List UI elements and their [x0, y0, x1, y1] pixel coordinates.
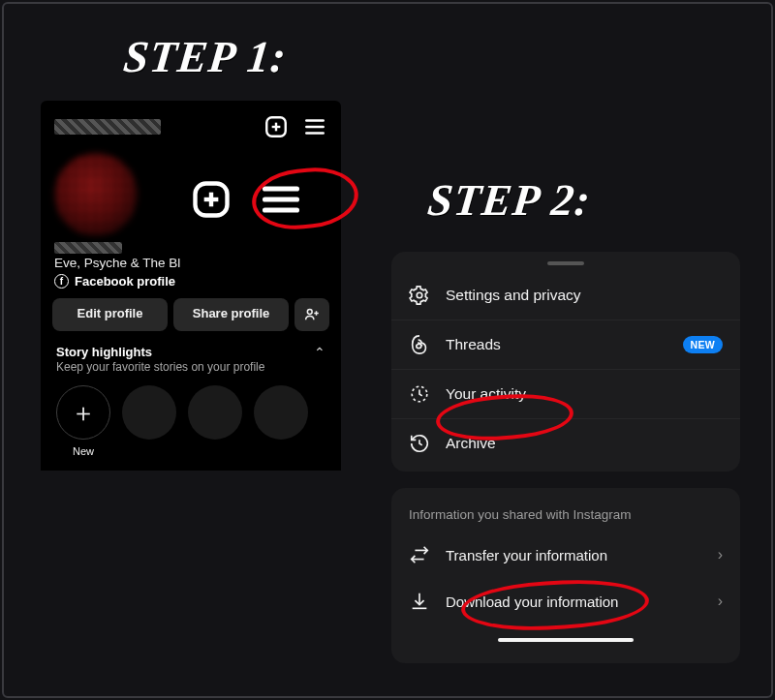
- information-panel: Information you shared with Instagram Tr…: [391, 488, 740, 663]
- svg-point-6: [307, 310, 312, 315]
- sheet-grabber[interactable]: [547, 261, 584, 265]
- menu-label: Settings and privacy: [446, 287, 723, 304]
- menu-label: Your activity: [446, 385, 723, 403]
- edit-profile-button[interactable]: Edit profile: [52, 298, 168, 331]
- hamburger-menu-icon-large: [260, 178, 302, 221]
- highlights-title: Story highlights: [56, 345, 264, 359]
- facebook-profile-label: Facebook profile: [75, 274, 175, 289]
- discover-people-button[interactable]: [294, 298, 329, 331]
- username-redacted: [54, 119, 161, 135]
- menu-archive[interactable]: Archive: [391, 419, 740, 468]
- enlarged-icons-callout: [190, 178, 302, 221]
- menu-label: Threads: [446, 336, 667, 353]
- empty-highlight-slot: [254, 385, 308, 440]
- chevron-right-icon: ›: [718, 546, 723, 563]
- menu-settings-privacy[interactable]: Settings and privacy: [391, 271, 740, 320]
- facebook-icon: f: [54, 274, 69, 289]
- info-label: Download your information: [446, 593, 702, 610]
- info-label: Transfer your information: [446, 547, 702, 563]
- step-2-label: STEP 2:: [425, 174, 593, 226]
- menu-sheet: Settings and privacy Threads NEW Your ac…: [391, 252, 740, 472]
- facebook-profile-link[interactable]: f Facebook profile: [54, 274, 333, 289]
- add-post-icon[interactable]: [264, 114, 289, 139]
- highlights-subtitle: Keep your favorite stories on your profi…: [56, 360, 264, 374]
- bio-text: Eve, Psyche & The Bl: [54, 256, 333, 270]
- top-right-icons: [264, 114, 327, 139]
- add-highlight-button[interactable]: ＋ New: [56, 385, 110, 457]
- info-header: Information you shared with Instagram: [391, 507, 740, 532]
- download-information-item[interactable]: Download your information ›: [391, 578, 740, 624]
- profile-top-bar: [48, 110, 333, 147]
- menu-threads[interactable]: Threads NEW: [391, 320, 740, 370]
- new-badge: NEW: [683, 336, 723, 353]
- add-highlight-label: New: [56, 445, 110, 457]
- profile-action-row: Edit profile Share profile: [48, 298, 333, 331]
- chevron-up-icon[interactable]: ⌃: [314, 345, 326, 360]
- add-post-icon-large: [190, 178, 232, 221]
- chevron-right-icon: ›: [718, 593, 723, 610]
- menu-your-activity[interactable]: Your activity: [391, 370, 740, 419]
- story-highlights-section: Story highlights Keep your favorite stor…: [48, 345, 333, 457]
- svg-point-15: [417, 292, 422, 298]
- display-name-redacted: [54, 242, 122, 254]
- share-profile-button[interactable]: Share profile: [173, 298, 289, 331]
- step-1-label: STEP 1:: [121, 31, 289, 82]
- home-indicator: [498, 638, 634, 642]
- profile-screen: Eve, Psyche & The Bl f Facebook profile …: [41, 101, 341, 471]
- transfer-information-item[interactable]: Transfer your information ›: [391, 532, 740, 578]
- empty-highlight-slot: [188, 385, 242, 440]
- avatar-redacted: [54, 153, 138, 236]
- empty-highlight-slot: [122, 385, 176, 440]
- hamburger-menu-icon[interactable]: [302, 114, 327, 139]
- menu-label: Archive: [446, 435, 723, 452]
